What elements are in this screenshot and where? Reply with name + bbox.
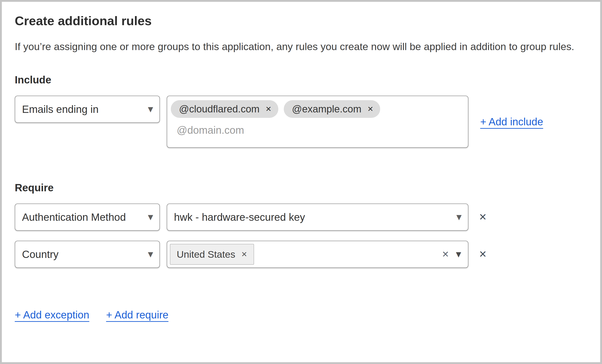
require-selector-value: Authentication Method: [22, 211, 126, 223]
remove-tag-icon[interactable]: ✕: [367, 105, 373, 113]
chevron-down-icon: ▼: [148, 214, 153, 220]
require-rule-row-authentication: Authentication Method ▼ hwk - hardware-s…: [15, 204, 587, 231]
include-rule-row: Emails ending in ▼ @cloudflared.com ✕ @e…: [15, 96, 587, 148]
page-description: If you’re assigning one or more groups t…: [15, 38, 575, 56]
page-title: Create additional rules: [15, 13, 587, 29]
clear-selection-icon[interactable]: ✕: [442, 250, 449, 259]
email-tag: @example.com ✕: [284, 100, 380, 118]
multiselect-controls: ✕ ▼: [442, 250, 461, 259]
email-tag-label: @example.com: [292, 103, 361, 115]
email-tag-label: @cloudflared.com: [179, 103, 259, 115]
email-tag: @cloudflared.com ✕: [171, 100, 278, 118]
country-chip: United States ✕: [170, 244, 254, 265]
add-include-link[interactable]: + Add include: [480, 115, 543, 128]
remove-rule-button[interactable]: ✕: [479, 241, 487, 268]
authentication-method-value: hwk - hardware-secured key: [174, 211, 305, 223]
email-domain-input[interactable]: [176, 124, 380, 136]
country-selector-dropdown[interactable]: Country ▼: [15, 241, 160, 268]
remove-tag-icon[interactable]: ✕: [265, 105, 271, 113]
panel-content: Create additional rules If you’re assign…: [2, 2, 600, 321]
chevron-down-icon: ▼: [148, 251, 153, 258]
chevron-down-icon: ▼: [148, 106, 153, 113]
country-chip-label: United States: [177, 249, 235, 260]
require-rule-row-country: Country ▼ United States ✕ ✕ ▼ ✕: [15, 241, 587, 268]
require-heading: Require: [15, 182, 587, 194]
chevron-down-icon[interactable]: ▼: [456, 251, 461, 258]
country-multiselect[interactable]: United States ✕ ✕ ▼: [167, 241, 468, 268]
include-heading: Include: [15, 74, 587, 86]
include-email-tags: @cloudflared.com ✕ @example.com ✕: [171, 100, 464, 118]
country-selector-value: Country: [22, 248, 59, 260]
chevron-down-icon: ▼: [456, 214, 462, 220]
include-emails-input[interactable]: @cloudflared.com ✕ @example.com ✕: [167, 96, 468, 148]
add-require-link[interactable]: + Add require: [106, 309, 169, 321]
add-exception-link[interactable]: + Add exception: [15, 309, 89, 321]
create-additional-rules-panel: { "header": { "title": "Create additiona…: [0, 0, 602, 364]
require-selector-dropdown[interactable]: Authentication Method ▼: [15, 204, 160, 231]
include-selector-value: Emails ending in: [22, 103, 99, 115]
include-selector-dropdown[interactable]: Emails ending in ▼: [15, 96, 160, 123]
remove-tag-icon[interactable]: ✕: [241, 251, 247, 258]
bottom-links-row: + Add exception + Add require: [15, 309, 587, 321]
authentication-method-dropdown[interactable]: hwk - hardware-secured key ▼: [167, 204, 468, 231]
remove-rule-button[interactable]: ✕: [479, 204, 487, 231]
